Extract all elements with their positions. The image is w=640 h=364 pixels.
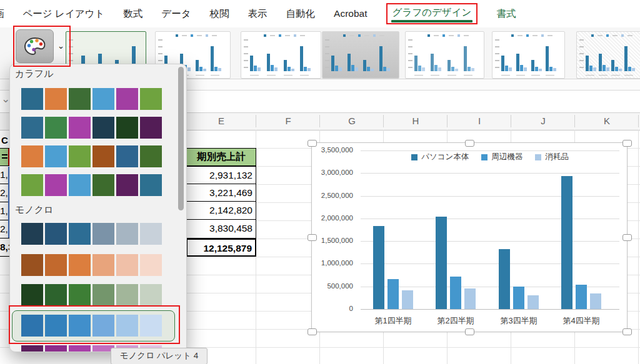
chart-selection-handle[interactable] — [308, 234, 317, 241]
legend-label: 消耗品 — [545, 152, 569, 162]
palette-row-selected[interactable] — [21, 315, 162, 337]
mini-legend-dot — [428, 34, 430, 37]
chart-style-thumbnail[interactable] — [405, 31, 484, 79]
bar-パソコン本体-第4四半期[interactable] — [561, 176, 572, 309]
palette-swatch — [21, 88, 43, 110]
left-sliver-number: 8,3 — [0, 239, 10, 257]
sales-value-cell[interactable]: 3,221,469 — [187, 184, 256, 202]
column-header-K[interactable]: K — [575, 112, 639, 130]
mini-bar — [451, 67, 454, 71]
menu-item-format[interactable]: 書式 — [496, 7, 516, 21]
sales-value-cell[interactable]: 3,830,458 — [187, 220, 256, 237]
bar-パソコン本体-第2四半期[interactable] — [436, 217, 447, 309]
bar-周辺機器-第1四半期[interactable] — [388, 279, 399, 309]
sales-bar-chart[interactable]: 0500,0001,000,0001,500,0002,000,0002,500… — [311, 142, 628, 332]
sales-value-cell[interactable]: 2,142,820 — [187, 202, 256, 219]
mini-bar — [471, 68, 474, 71]
sales-value-cell[interactable]: 2,931,132 — [187, 167, 256, 184]
mini-bar — [539, 69, 542, 71]
dropdown-scrollbar[interactable] — [178, 67, 184, 210]
chart-style-thumbnail[interactable] — [322, 31, 399, 79]
column-header-E[interactable]: E — [186, 112, 256, 130]
chart-style-thumbnail[interactable] — [241, 31, 321, 79]
mini-bar — [288, 67, 291, 71]
mini-xlabel — [414, 75, 423, 76]
palette-row[interactable] — [21, 88, 162, 110]
mini-bar — [214, 67, 218, 71]
palette-swatch — [116, 88, 138, 110]
bar-消耗品-第1四半期[interactable] — [402, 290, 413, 309]
chart-selection-handle[interactable] — [308, 140, 317, 147]
chart-selection-handle[interactable] — [465, 328, 474, 335]
legend-item[interactable]: 消耗品 — [535, 152, 569, 162]
chart-selection-handle[interactable] — [465, 140, 474, 147]
menu-item-formulas[interactable]: 数式 — [123, 7, 142, 21]
mini-legend — [428, 34, 469, 37]
column-header-G[interactable]: G — [320, 112, 384, 130]
bar-周辺機器-第2四半期[interactable] — [450, 277, 461, 309]
mini-bar — [464, 46, 467, 71]
menu-item-page-layout[interactable]: ページ レイアウト — [23, 7, 105, 21]
column-header-I[interactable]: I — [448, 112, 511, 130]
menu-item-automate[interactable]: 自動化 — [286, 7, 316, 21]
column-header-J[interactable]: J — [511, 112, 575, 130]
menu-item-review[interactable]: 校閲 — [210, 7, 229, 21]
palette-row[interactable] — [21, 284, 162, 306]
chart-selection-handle[interactable] — [308, 328, 317, 335]
menu-item-view[interactable]: 表示 — [248, 7, 268, 21]
chevron-down-icon[interactable]: ⌄ — [58, 41, 64, 51]
bar-周辺機器-第3四半期[interactable] — [513, 287, 524, 309]
chart-style-thumbnail[interactable] — [492, 31, 565, 79]
chart-selection-handle[interactable] — [622, 140, 632, 147]
mini-tick — [244, 67, 248, 68]
legend-item[interactable]: 周辺機器 — [481, 152, 522, 162]
palette-row[interactable] — [21, 145, 162, 167]
column-separator — [447, 115, 448, 127]
menu-item-chart-design[interactable]: グラフのデザイン — [392, 7, 472, 17]
chart-style-thumbnail[interactable] — [576, 31, 640, 79]
palette-row[interactable] — [21, 254, 162, 276]
x-axis-category-label: 第1四半期 — [362, 315, 424, 327]
palette-row[interactable] — [21, 223, 162, 245]
legend-item[interactable]: パソコン本体 — [411, 152, 469, 162]
menu-item-draw[interactable]: 画 — [0, 7, 4, 21]
mini-bar — [414, 56, 418, 71]
left-sliver-text: C — [1, 135, 10, 147]
column-header-H[interactable]: H — [384, 112, 448, 130]
bar-周辺機器-第4四半期[interactable] — [576, 285, 587, 309]
mini-bar — [367, 67, 370, 71]
palette-swatch — [69, 223, 91, 245]
menu-item-data[interactable]: データ — [161, 7, 191, 21]
palette-swatch — [116, 145, 138, 167]
palette-swatch — [45, 345, 67, 352]
menu-item-acrobat[interactable]: Acrobat — [334, 8, 367, 19]
mini-bar — [254, 66, 257, 71]
y-axis-tick-label: 3,000,000 — [314, 169, 353, 176]
mini-legend-dash — [364, 35, 369, 36]
bar-消耗品-第3四半期[interactable] — [528, 295, 539, 309]
color-palette-dropdown[interactable]: カラフルモノクロ — [9, 64, 187, 352]
palette-swatch — [21, 315, 43, 337]
bar-消耗品-第2四半期[interactable] — [464, 288, 476, 309]
bar-消耗品-第4四半期[interactable] — [590, 293, 601, 309]
palette-swatch — [92, 223, 114, 245]
palette-row[interactable] — [21, 117, 162, 139]
chart-selection-handle[interactable] — [622, 234, 632, 241]
palette-swatch — [21, 223, 43, 245]
bar-パソコン本体-第1四半期[interactable] — [373, 226, 384, 309]
mini-bar — [624, 46, 628, 71]
bar-パソコン本体-第3四半期[interactable] — [499, 249, 510, 309]
mini-legend-dot — [191, 34, 193, 37]
palette-swatch — [116, 117, 138, 139]
palette-swatch — [21, 145, 43, 167]
y-axis-tick-label: 3,500,000 — [314, 146, 353, 154]
column-header-F[interactable]: F — [256, 112, 320, 130]
change-colors-button[interactable]: ⌄ — [16, 29, 54, 63]
sales-header-cell[interactable]: 期別売上計 — [186, 148, 256, 166]
palette-swatch — [116, 174, 138, 196]
chart-selection-handle[interactable] — [622, 328, 632, 335]
mini-legend-dot — [373, 34, 376, 37]
palette-row[interactable] — [21, 174, 162, 196]
sales-total-cell[interactable]: 12,125,879 — [186, 239, 256, 257]
mini-legend-dash — [628, 35, 632, 36]
